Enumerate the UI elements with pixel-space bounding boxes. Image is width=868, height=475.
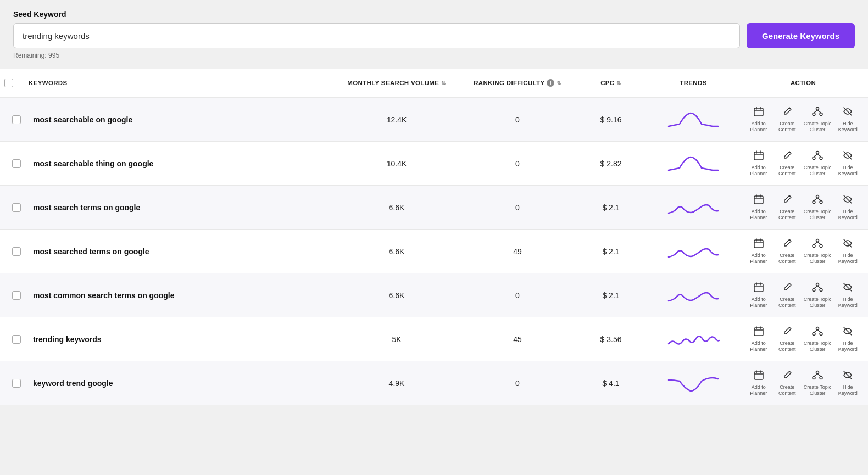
row-checkbox[interactable]	[12, 247, 21, 256]
keyword-cell: most common search terms on google	[29, 291, 336, 300]
create-topic-cluster-button[interactable]: Create TopicCluster	[804, 238, 831, 265]
cpc-cell: $ 2.1	[578, 291, 644, 300]
create-content-button-icon	[782, 106, 793, 120]
create-content-button-icon	[782, 326, 793, 339]
add-to-planner-button-label: Add toPlanner	[750, 165, 767, 177]
add-to-planner-button-label: Add toPlanner	[750, 253, 767, 265]
svg-point-55	[813, 333, 815, 336]
hide-keyword-button-icon	[842, 282, 853, 295]
trends-cell	[644, 241, 743, 262]
svg-rect-50	[754, 328, 763, 336]
volume-cell: 12.4K	[336, 115, 457, 124]
table-row: most searchable on google 12.4K 0 $ 9.16…	[0, 98, 868, 142]
difficulty-sort-icon[interactable]: ⇅	[557, 80, 561, 86]
hide-keyword-button[interactable]: HideKeyword	[836, 282, 860, 309]
svg-rect-0	[754, 108, 763, 116]
table-row: most searchable thing on google 10.4K 0 …	[0, 142, 868, 186]
svg-rect-60	[754, 372, 763, 379]
add-to-planner-button-label: Add toPlanner	[750, 121, 767, 133]
add-to-planner-button[interactable]: Add toPlanner	[747, 150, 771, 177]
svg-point-36	[820, 245, 822, 248]
row-checkbox-cell	[4, 203, 29, 212]
hide-keyword-button-icon	[842, 370, 853, 383]
row-checkbox[interactable]	[12, 203, 21, 212]
create-topic-cluster-button[interactable]: Create TopicCluster	[804, 106, 831, 133]
add-to-planner-button-icon	[753, 370, 764, 383]
svg-point-25	[813, 201, 815, 204]
hide-keyword-button-label: HideKeyword	[838, 384, 858, 396]
row-checkbox-cell	[4, 247, 29, 256]
action-cell: Add toPlanner CreateContent Create Topic…	[743, 194, 864, 221]
add-to-planner-button[interactable]: Add toPlanner	[747, 194, 771, 221]
table-row: most search terms on google 6.6K 0 $ 2.1…	[0, 186, 868, 230]
volume-cell: 4.9K	[336, 379, 457, 388]
hide-keyword-button[interactable]: HideKeyword	[836, 106, 860, 133]
create-topic-cluster-button-icon	[812, 370, 823, 383]
hide-keyword-button-label: HideKeyword	[838, 253, 858, 265]
svg-line-17	[814, 154, 818, 157]
row-checkbox[interactable]	[12, 115, 21, 124]
create-topic-cluster-button-icon	[812, 150, 823, 164]
create-content-button-label: CreateContent	[778, 297, 796, 309]
hide-keyword-button[interactable]: HideKeyword	[836, 326, 860, 353]
row-checkbox[interactable]	[12, 379, 21, 388]
difficulty-cell: 0	[457, 379, 578, 388]
add-to-planner-button-label: Add toPlanner	[750, 340, 767, 353]
add-to-planner-button[interactable]: Add toPlanner	[747, 326, 771, 353]
create-content-button[interactable]: CreateContent	[775, 326, 799, 353]
create-content-button[interactable]: CreateContent	[775, 238, 799, 265]
row-checkbox[interactable]	[12, 159, 21, 168]
create-content-button[interactable]: CreateContent	[775, 194, 799, 221]
add-to-planner-button[interactable]: Add toPlanner	[747, 238, 771, 265]
svg-point-35	[813, 245, 815, 248]
create-topic-cluster-button[interactable]: Create TopicCluster	[804, 282, 831, 309]
create-topic-cluster-button-icon	[812, 238, 823, 252]
add-to-planner-button[interactable]: Add toPlanner	[747, 106, 771, 133]
select-all-checkbox[interactable]	[4, 79, 13, 87]
difficulty-info-icon[interactable]: i	[547, 79, 554, 87]
keyword-cell: most searched terms on google	[29, 247, 336, 256]
svg-line-48	[817, 286, 821, 289]
svg-line-28	[817, 198, 821, 201]
svg-point-15	[813, 157, 815, 160]
row-checkbox-cell	[4, 335, 29, 344]
hide-keyword-button-icon	[842, 106, 853, 120]
svg-point-6	[820, 113, 822, 116]
cpc-sort-icon[interactable]: ⇅	[616, 80, 621, 86]
create-content-button[interactable]: CreateContent	[775, 150, 799, 177]
create-content-button-icon	[782, 194, 793, 208]
create-topic-cluster-button[interactable]: Create TopicCluster	[804, 326, 831, 353]
create-content-button-label: CreateContent	[778, 121, 796, 133]
svg-point-54	[816, 327, 819, 330]
create-topic-cluster-button[interactable]: Create TopicCluster	[804, 194, 831, 221]
create-topic-cluster-button[interactable]: Create TopicCluster	[804, 370, 831, 396]
keyword-cell: most search terms on google	[29, 203, 336, 212]
hide-keyword-button[interactable]: HideKeyword	[836, 238, 860, 265]
volume-sort-icon[interactable]: ⇅	[441, 80, 446, 86]
create-content-button-label: CreateContent	[778, 253, 796, 265]
action-cell: Add toPlanner CreateContent Create Topic…	[743, 106, 864, 133]
cpc-cell: $ 9.16	[578, 115, 644, 124]
create-content-button[interactable]: CreateContent	[775, 370, 799, 396]
row-checkbox[interactable]	[12, 335, 21, 344]
create-topic-cluster-button[interactable]: Create TopicCluster	[804, 150, 831, 177]
add-to-planner-button[interactable]: Add toPlanner	[747, 282, 771, 309]
row-checkbox-cell	[4, 115, 29, 124]
add-to-planner-button-label: Add toPlanner	[750, 384, 767, 396]
seed-keyword-input[interactable]	[13, 23, 740, 48]
seed-keyword-label: Seed Keyword	[13, 10, 855, 19]
hide-keyword-button[interactable]: HideKeyword	[836, 194, 860, 221]
generate-keywords-button[interactable]: Generate Keywords	[747, 23, 855, 48]
create-topic-cluster-button-icon	[812, 282, 823, 295]
add-to-planner-button[interactable]: Add toPlanner	[747, 370, 771, 396]
add-to-planner-button-label: Add toPlanner	[750, 297, 767, 309]
cpc-cell: $ 2.82	[578, 159, 644, 168]
svg-point-26	[820, 201, 822, 204]
row-checkbox[interactable]	[12, 291, 21, 300]
create-content-button[interactable]: CreateContent	[775, 282, 799, 309]
hide-keyword-button[interactable]: HideKeyword	[836, 150, 860, 177]
create-topic-cluster-button-icon	[812, 326, 823, 339]
hide-keyword-button[interactable]: HideKeyword	[836, 370, 860, 396]
svg-point-24	[816, 195, 819, 198]
create-content-button[interactable]: CreateContent	[775, 106, 799, 133]
